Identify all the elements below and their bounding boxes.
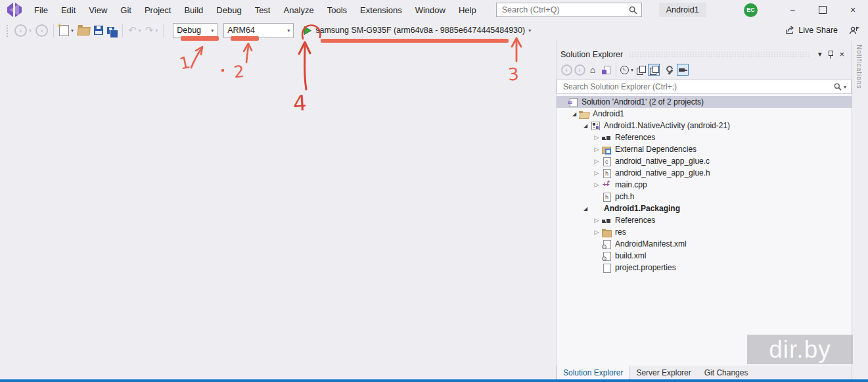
tree-item-label: AndroidManifest.xml — [615, 239, 687, 249]
panel-tab[interactable]: Git Changes — [698, 366, 755, 380]
explorer-forward-button[interactable]: › — [574, 64, 585, 76]
panel-close-icon[interactable]: × — [836, 49, 848, 59]
switch-views-button[interactable] — [600, 64, 612, 76]
navigate-back-button[interactable]: ‹▾ — [12, 23, 34, 38]
tree-row[interactable]: project.properties — [557, 262, 852, 274]
menu-item[interactable]: Tools — [321, 2, 354, 18]
tree-item-icon — [590, 204, 601, 214]
tree-item-label: pch.h — [615, 192, 634, 201]
solution-search-box[interactable]: ▾ — [557, 80, 852, 94]
tree-item-label: References — [615, 216, 655, 225]
tree-row[interactable]: Solution 'Android1' (2 of 2 projects) — [557, 96, 852, 108]
tree-item-label: main.cpp — [615, 180, 647, 189]
explorer-back-button[interactable]: ‹ — [560, 64, 572, 76]
undo-button[interactable]: ↶▾ — [126, 24, 143, 36]
redo-button[interactable]: ↷▾ — [143, 24, 160, 36]
panel-tab[interactable]: Solution Explorer — [557, 366, 629, 380]
pin-icon[interactable] — [825, 51, 836, 59]
expander-icon[interactable]: ▷ — [593, 134, 601, 141]
tree-row[interactable]: ▷ res — [557, 226, 852, 238]
menu-item[interactable]: Debug — [210, 2, 248, 18]
toolbar-drag-handle[interactable] — [6, 24, 9, 37]
tree-row[interactable]: ▷ References — [557, 214, 852, 226]
tree-row[interactable]: ▷ main.cpp — [557, 179, 852, 191]
watermark: dir.by — [747, 335, 853, 364]
tree-row[interactable]: ◢ Android1.NativeActivity (android-21) — [557, 120, 852, 131]
menu-item[interactable]: Edit — [55, 2, 82, 18]
expander-icon[interactable]: ▷ — [593, 146, 601, 153]
visual-studio-logo-icon — [7, 3, 22, 17]
panel-menu-button[interactable]: ▾ — [815, 50, 825, 59]
search-icon — [834, 83, 842, 91]
solution-explorer-panel: Solution Explorer ▾ × ‹ › ⌂ ▾ — [556, 41, 852, 382]
menu-item[interactable]: File — [28, 2, 55, 18]
menu-item[interactable]: Analyze — [277, 2, 320, 18]
show-all-files-button[interactable] — [648, 64, 660, 76]
tree-row[interactable]: ▷ android_native_app_glue.c — [557, 155, 852, 167]
notifications-tab[interactable]: Notifications — [856, 45, 863, 89]
expander-icon[interactable]: ▷ — [593, 217, 601, 224]
panel-grip-texture — [629, 52, 809, 58]
quick-search-input[interactable] — [501, 5, 629, 15]
platform-dropdown[interactable]: ARM64 ▾ — [223, 23, 294, 38]
tree-row[interactable]: build.xml — [557, 250, 852, 262]
quick-search-box[interactable] — [496, 3, 642, 17]
menu-bar: FileEditViewGitProjectBuildDebugTestAnal… — [28, 2, 483, 18]
tree-row[interactable]: ◢ Android1 — [557, 108, 852, 120]
tree-row[interactable]: ▷ android_native_app_glue.h — [557, 167, 852, 179]
start-debugging-button[interactable] — [303, 26, 312, 36]
pending-changes-filter-button[interactable]: ▾ — [620, 64, 633, 76]
search-icon — [629, 6, 637, 14]
expander-icon[interactable]: ▷ — [593, 158, 601, 164]
tree-item-label: android_native_app_glue.h — [615, 168, 710, 178]
tree-item-label: build.xml — [615, 251, 646, 260]
tree-row[interactable]: AndroidManifest.xml — [557, 238, 852, 250]
live-share-button[interactable]: Live Share — [785, 26, 838, 35]
panel-tab[interactable]: Server Explorer — [629, 366, 697, 380]
menu-item[interactable]: Build — [177, 2, 210, 18]
menu-item[interactable]: Project — [138, 2, 177, 18]
menu-item[interactable]: Window — [409, 2, 452, 18]
tree-item-icon — [601, 156, 612, 166]
preview-selected-items-button[interactable] — [677, 64, 689, 76]
open-file-button[interactable] — [76, 24, 92, 37]
tree-item-icon — [590, 121, 601, 131]
tree-item-label: Android1.NativeActivity (android-21) — [604, 121, 730, 130]
platform-value: ARM64 — [227, 26, 255, 35]
save-button[interactable] — [92, 24, 105, 36]
expander-icon[interactable]: ▷ — [593, 170, 601, 176]
save-all-button[interactable] — [105, 26, 119, 36]
menu-item[interactable]: View — [82, 2, 114, 18]
expander-icon[interactable]: ▷ — [593, 229, 601, 235]
configuration-dropdown[interactable]: Debug ▾ — [173, 23, 217, 38]
menu-item[interactable]: Extensions — [354, 2, 409, 18]
maximize-button[interactable] — [808, 0, 838, 20]
tree-row[interactable]: ▷ References — [557, 131, 852, 143]
deploy-target-dropdown[interactable]: samsung SM-G935F (arm64v8a - 9885e647444… — [315, 26, 531, 35]
close-button[interactable]: × — [838, 0, 868, 20]
main-area: Solution Explorer ▾ × ‹ › ⌂ ▾ — [0, 41, 868, 382]
sync-active-document-button[interactable] — [635, 64, 647, 76]
status-bar — [0, 379, 868, 382]
tree-row[interactable]: ▷ External Dependencies — [557, 143, 852, 155]
expander-icon[interactable]: ◢ — [582, 123, 589, 129]
tree-row[interactable]: ◢ Android1.Packaging — [557, 203, 852, 214]
panel-header[interactable]: Solution Explorer ▾ × — [557, 47, 852, 61]
expander-icon[interactable]: ▷ — [593, 181, 601, 188]
editor-empty-area — [0, 41, 556, 382]
navigate-forward-button[interactable]: › — [34, 23, 50, 38]
solution-search-input[interactable] — [562, 82, 834, 92]
properties-wrench-button[interactable] — [664, 64, 675, 76]
account-avatar[interactable]: EC — [744, 3, 758, 17]
menu-item[interactable]: Help — [452, 2, 483, 18]
minimize-button[interactable]: − — [777, 0, 808, 20]
menu-item[interactable]: Git — [114, 2, 138, 18]
solution-tree: Solution 'Android1' (2 of 2 projects) ◢ … — [557, 94, 852, 366]
expander-icon[interactable]: ◢ — [582, 206, 589, 212]
home-icon[interactable]: ⌂ — [587, 64, 599, 76]
tree-row[interactable]: pch.h — [557, 191, 852, 203]
menu-item[interactable]: Test — [248, 2, 277, 18]
expander-icon[interactable]: ◢ — [570, 111, 578, 117]
feedback-icon[interactable] — [847, 24, 861, 37]
new-project-button[interactable]: ▾ — [57, 24, 76, 37]
